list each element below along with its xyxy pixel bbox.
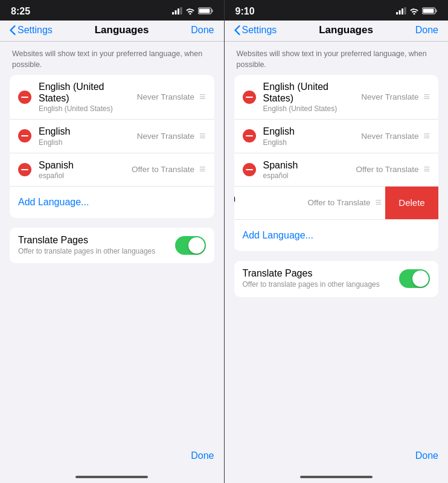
language-item-text-2-1: English English: [263, 126, 362, 146]
drag-handle-2-3[interactable]: ≡: [375, 196, 382, 209]
content-area-2: Websites will show text in your preferre…: [225, 42, 449, 483]
nav-bar-1: Settings Languages Done: [0, 21, 224, 42]
toggle-knob-2: [412, 270, 429, 287]
drag-handle-1-0[interactable]: ≡: [199, 91, 206, 103]
drag-handle-2-1[interactable]: ≡: [423, 130, 430, 142]
signal-icon-2: [396, 6, 406, 17]
add-language-1[interactable]: Add Language...: [10, 187, 214, 218]
svg-rect-2: [178, 8, 179, 14]
language-item-text-1-0: English (United States) English (United …: [39, 81, 137, 113]
language-title-2-3: ench: [234, 193, 308, 204]
language-subtitle-2-1: English: [263, 138, 362, 147]
remove-language-btn-1-0[interactable]: [18, 91, 31, 104]
language-list-2: English (United States) English (United …: [234, 75, 439, 251]
translate-toggle-2[interactable]: [399, 269, 430, 288]
status-time-1: 8:25: [11, 6, 30, 17]
delete-label-2-3: Delete: [398, 197, 424, 208]
language-item-text-2-3: ench nçais: [234, 193, 308, 213]
drag-handle-1-2[interactable]: ≡: [199, 163, 206, 176]
page-title-1: Languages: [95, 24, 149, 36]
subtitle-text-2: Websites will show text in your preferre…: [225, 42, 449, 75]
svg-rect-1: [174, 10, 176, 14]
nav-bar-2: Settings Languages Done: [225, 21, 449, 42]
remove-language-btn-2-2[interactable]: [243, 163, 256, 176]
remove-language-btn-1-2[interactable]: [18, 163, 31, 176]
language-title-2-1: English: [263, 126, 362, 137]
drag-handle-2-2[interactable]: ≡: [423, 163, 430, 176]
language-item-1-2: Spanish español Offer to Translate ≡: [10, 153, 214, 187]
svg-rect-0: [172, 12, 174, 14]
home-indicator-1: [75, 476, 148, 478]
language-item-text-2-0: English (United States) English (United …: [263, 81, 362, 113]
battery-icon-1: [198, 6, 213, 17]
language-title-2-0: English (United States): [263, 81, 362, 104]
svg-rect-13: [423, 9, 434, 13]
signal-icon-1: [172, 7, 182, 16]
language-subtitle-2-3: nçais: [234, 205, 308, 213]
add-language-text-2: Add Language...: [243, 230, 313, 241]
swipe-reveal-row: ench nçais Offer to Translate ≡ Delete: [234, 187, 439, 220]
wifi-icon-1: [185, 6, 195, 17]
language-action-2-2: Offer to Translate: [356, 165, 418, 174]
bottom-done-1[interactable]: Done: [0, 441, 224, 473]
add-language-text-1: Add Language...: [18, 197, 89, 208]
phone-panel-1: 8:25 Settings Languages Done Websites wi…: [0, 0, 224, 483]
delete-button-2-3[interactable]: Delete: [385, 187, 438, 219]
home-indicator-2: [300, 476, 373, 478]
translate-toggle-1[interactable]: [175, 236, 206, 255]
toggle-knob-1: [188, 237, 205, 254]
translate-pages-section-2: Translate Pages Offer to translate pages…: [234, 261, 439, 297]
language-subtitle-2-0: English (United States): [263, 104, 362, 113]
battery-icon-2: [422, 6, 437, 17]
language-item-text-1-1: English English: [39, 126, 137, 146]
language-subtitle-2-2: español: [263, 171, 356, 180]
translate-pages-subtitle-1: Offer to translate pages in other langua…: [18, 247, 175, 257]
svg-rect-3: [180, 7, 182, 14]
svg-rect-9: [402, 8, 403, 14]
language-item-1-1: English English Never Translate ≡: [10, 120, 214, 153]
language-action-2-1: Never Translate: [361, 132, 418, 141]
translate-pages-text-2: Translate Pages Offer to translate pages…: [243, 268, 400, 290]
status-bar-1: 8:25: [0, 0, 224, 21]
drag-handle-2-0[interactable]: ≡: [423, 91, 430, 103]
language-action-2-0: Never Translate: [361, 92, 418, 101]
drag-handle-1-1[interactable]: ≡: [199, 130, 206, 142]
language-item-text-2-2: Spanish español: [263, 159, 356, 180]
language-title-1-1: English: [39, 126, 137, 137]
phone-panel-2: 9:10 Settings Languages Done Websites wi…: [225, 0, 449, 483]
language-item-2-2: Spanish español Offer to Translate ≡: [234, 153, 439, 187]
wifi-icon-2: [409, 6, 419, 17]
language-subtitle-1-2: español: [39, 171, 132, 180]
language-subtitle-1-1: English: [39, 138, 137, 147]
language-title-1-2: Spanish: [39, 159, 132, 171]
page-title-2: Languages: [319, 24, 373, 36]
status-bar-2: 9:10: [225, 0, 449, 21]
svg-rect-8: [399, 10, 401, 14]
translate-pages-text-1: Translate Pages Offer to translate pages…: [18, 235, 175, 257]
language-action-1-1: Never Translate: [137, 132, 194, 141]
swipe-row-inner: ench nçais Offer to Translate ≡: [234, 187, 391, 219]
subtitle-text-1: Websites will show text in your preferre…: [0, 42, 224, 75]
remove-language-btn-1-1[interactable]: [18, 129, 31, 142]
status-time-2: 9:10: [235, 6, 255, 17]
status-icons-1: [172, 6, 213, 17]
translate-pages-subtitle-2: Offer to translate pages in other langua…: [243, 280, 400, 290]
back-button-1[interactable]: Settings: [10, 25, 53, 36]
remove-language-btn-2-1[interactable]: [243, 129, 256, 142]
translate-pages-title-2: Translate Pages: [243, 268, 400, 279]
language-list-1: English (United States) English (United …: [10, 75, 214, 218]
nav-done-button-2[interactable]: Done: [415, 25, 438, 36]
bottom-done-2[interactable]: Done: [225, 441, 449, 473]
language-item-2-1: English English Never Translate ≡: [234, 120, 439, 153]
svg-rect-7: [396, 12, 398, 14]
translate-pages-title-1: Translate Pages: [18, 235, 175, 246]
add-language-2[interactable]: Add Language...: [234, 220, 439, 251]
svg-rect-12: [436, 10, 437, 13]
language-action-2-3: Offer to Translate: [307, 198, 370, 207]
language-subtitle-1-0: English (United States): [39, 104, 137, 113]
svg-rect-6: [199, 9, 210, 13]
back-button-2[interactable]: Settings: [234, 25, 277, 36]
language-item-text-1-2: Spanish español: [39, 159, 132, 180]
remove-language-btn-2-0[interactable]: [243, 91, 256, 104]
nav-done-button-1[interactable]: Done: [191, 25, 214, 36]
